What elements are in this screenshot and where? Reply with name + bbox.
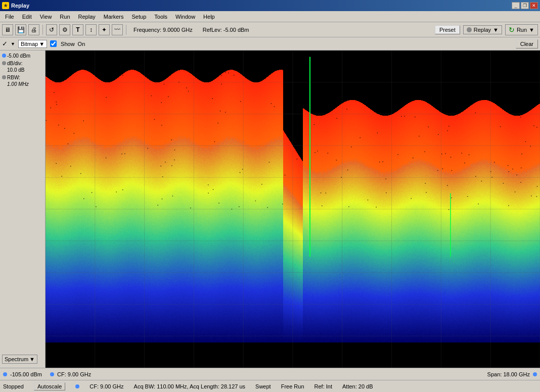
replay-label: Replay (474, 27, 491, 33)
free-run-label: Free Run (281, 383, 304, 389)
clear-button[interactable]: Clear (516, 39, 538, 48)
menu-item-run[interactable]: Run (56, 13, 74, 21)
spectrum-label: Spectrum (5, 356, 28, 362)
menu-item-edit[interactable]: Edit (18, 13, 36, 21)
span-dot (533, 372, 537, 376)
ref-label: Ref: Int (314, 383, 332, 389)
menu-item-markers[interactable]: Markers (100, 13, 128, 21)
rbw-info: RBW: 1.00 MHz (7, 74, 29, 87)
marker-button[interactable]: ✦ (99, 24, 110, 35)
show-checkbox[interactable] (50, 40, 57, 47)
title-bar: ★ Replay _ ❐ ✕ (0, 0, 540, 11)
frequency-display: Frequency: 9.0000 GHz (133, 27, 193, 33)
rbw-label: RBW: (7, 74, 29, 81)
reflevel-display: RefLev: -5.00 dBm (203, 27, 249, 33)
left-panel: -5.00 dBm dB/div: 10.0 dB RBW: 1.00 MHz … (0, 51, 46, 368)
annotation-dropdown-arrow: ▼ (11, 41, 15, 46)
run-icon: ↻ (509, 26, 515, 34)
status-text: Stopped (3, 383, 24, 389)
separator-1 (42, 25, 43, 35)
app-icon: ★ (2, 2, 9, 9)
cf-status: CF: 9.00 GHz (89, 383, 123, 389)
bitmap-label: Bitmap (21, 41, 38, 47)
spectrum-canvas (46, 51, 540, 368)
print-button[interactable]: 🖨 (28, 24, 39, 35)
title-controls: _ ❐ ✕ (512, 2, 538, 9)
annotation-bar: ✓ ▼ Bitmap ▼ Show On Clear (0, 37, 540, 51)
spectrum-dropdown: Spectrum ▼ (2, 355, 37, 364)
autoscale-button[interactable]: Autoscale (34, 382, 65, 390)
title-bar-left: ★ Replay (2, 2, 29, 9)
ref-bottom-dot (3, 372, 7, 376)
acq-info: Acq BW: 110.00 MHz, Acq Length: 28.127 u… (134, 383, 246, 389)
replay-dot (467, 27, 472, 32)
ref-level-dot (2, 54, 6, 58)
bottom-info: -105.00 dBm CF: 9.00 GHz Span: 18.00 GHz (0, 368, 540, 380)
replay-button-top[interactable]: Replay ▼ (463, 25, 502, 34)
menu-item-help[interactable]: Help (199, 13, 219, 21)
db-div-info: dB/div: 10.0 dB (7, 60, 24, 73)
run-label: Run (517, 27, 527, 33)
rbw-value: 1.00 MHz (7, 81, 29, 87)
minimize-button[interactable]: _ (512, 2, 520, 9)
preset-button[interactable]: Preset (435, 25, 460, 34)
swept-label: Swept (255, 383, 271, 389)
menu-item-replay[interactable]: Replay (74, 13, 100, 21)
spectrum-select[interactable]: Spectrum ▼ (2, 355, 37, 364)
menu-item-tools[interactable]: Tools (150, 13, 171, 21)
span-label: Span: 18.00 GHz (487, 371, 530, 377)
menu-item-window[interactable]: Window (171, 13, 199, 21)
status-bar: Stopped Autoscale CF: 9.00 GHz Acq BW: 1… (0, 380, 540, 392)
atten-label: Atten: 20 dB (342, 383, 373, 389)
db-div-dot (2, 61, 6, 65)
new-button[interactable]: 🖥 (2, 24, 13, 35)
save-button[interactable]: 💾 (15, 24, 26, 35)
cf-label: CF: 9.00 GHz (57, 371, 91, 377)
on-label: On (78, 41, 85, 47)
cf-dot (50, 372, 54, 376)
spectrum-display[interactable] (46, 51, 540, 368)
bitmap-arrow: ▼ (39, 41, 44, 47)
separator-2 (126, 25, 126, 35)
checkmark: ✓ (2, 40, 8, 47)
settings-button[interactable]: ⚙ (59, 24, 70, 35)
spectrum-arrow: ▼ (29, 356, 35, 362)
rbw-dot (2, 75, 6, 79)
trace-button[interactable]: 〰 (112, 24, 123, 35)
db-div-label: dB/div: (7, 60, 24, 67)
menu-bar: FileEditViewRunReplayMarkersSetupToolsWi… (0, 11, 540, 22)
cf-status-dot (75, 384, 79, 388)
title-text: Replay (11, 3, 29, 9)
bottom-ref-level: -105.00 dBm (10, 371, 42, 377)
rbw-item: RBW: 1.00 MHz (2, 74, 43, 87)
menu-item-setup[interactable]: Setup (128, 13, 151, 21)
menu-item-file[interactable]: File (1, 13, 18, 21)
restore-button[interactable]: ❐ (521, 2, 529, 9)
menu-item-view[interactable]: View (36, 13, 56, 21)
ref-level-item: -5.00 dBm (2, 53, 43, 59)
db-div-value: 10.0 dB (7, 67, 24, 73)
ref-level-value: -5.00 dBm (7, 53, 30, 59)
db-div-item: dB/div: 10.0 dB (2, 60, 43, 73)
cursor-button[interactable]: ↕ (85, 24, 97, 35)
run-button[interactable]: ↻ Run ▼ (505, 24, 538, 35)
replay-dropdown-arrow[interactable]: ▼ (493, 27, 499, 33)
run-dropdown-arrow[interactable]: ▼ (529, 27, 534, 33)
toolbar: 🖥 💾 🖨 ↺ ⚙ T ↕ ✦ 〰 Frequency: 9.0000 GHz … (0, 22, 540, 37)
show-label: Show (61, 41, 75, 47)
text-button[interactable]: T (72, 24, 83, 35)
main-content: -5.00 dBm dB/div: 10.0 dB RBW: 1.00 MHz … (0, 51, 540, 368)
refresh-button[interactable]: ↺ (46, 24, 57, 35)
toolbar-right: Preset Replay ▼ ↻ Run ▼ (435, 24, 538, 35)
close-button[interactable]: ✕ (530, 2, 538, 9)
bitmap-dropdown[interactable]: Bitmap ▼ (18, 40, 47, 48)
